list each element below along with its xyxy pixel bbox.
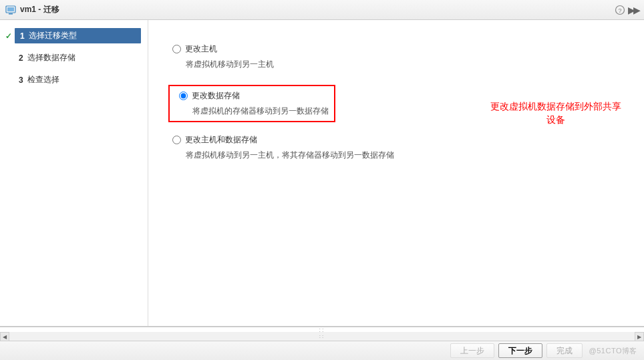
wizard-content: 更改主机 将虚拟机移动到另一主机 更改数据存储 将虚拟机的存储器移动到另一数据存… — [148, 20, 644, 326]
svg-rect-1 — [7, 7, 14, 11]
help-icon[interactable]: ? — [615, 5, 625, 15]
resize-handle[interactable]: :: — [0, 327, 644, 332]
svg-text:?: ? — [618, 7, 621, 13]
highlight-box: 更改数据存储 将虚拟机的存储器移动到另一数据存储 — [168, 85, 335, 122]
step-label: 检查选择 — [27, 74, 59, 85]
option-desc: 将虚拟机移动到另一主机，将其存储器移动到另一数据存储 — [186, 150, 631, 161]
check-icon: ✓ — [5, 31, 15, 41]
option-change-host: 更改主机 将虚拟机移动到另一主机 — [168, 43, 631, 70]
vm-icon — [5, 5, 16, 15]
svg-rect-2 — [9, 13, 13, 15]
wizard-sidebar: ✓ 1 选择迁移类型 2 选择数据存储 3 检查选择 — [0, 20, 148, 326]
wizard-step-3[interactable]: 3 检查选择 — [0, 69, 148, 90]
option-title: 更改主机和数据存储 — [185, 134, 257, 146]
option-title: 更改数据存储 — [192, 90, 240, 102]
horizontal-scrollbar[interactable]: ◀ :: ▶ — [0, 332, 644, 341]
title-bar: vm1 - 迁移 ? ▶▶ — [0, 0, 644, 20]
wizard-footer: 上一步 下一步 完成 @51CTO博客 — [0, 341, 644, 360]
option-desc: 将虚拟机移动到另一主机 — [186, 59, 631, 70]
finish-button[interactable]: 完成 — [546, 343, 583, 358]
watermark: @51CTO博客 — [589, 346, 637, 356]
back-button[interactable]: 上一步 — [450, 343, 494, 358]
radio-change-both[interactable] — [172, 136, 181, 144]
step-label: 选择迁移类型 — [29, 30, 77, 41]
radio-change-datastore[interactable] — [179, 92, 188, 100]
option-desc: 将虚拟机的存储器移动到另一数据存储 — [192, 106, 329, 117]
expand-icon[interactable]: ▶▶ — [628, 5, 639, 15]
option-title: 更改主机 — [185, 43, 217, 55]
wizard-step-2[interactable]: 2 选择数据存储 — [0, 47, 148, 68]
wizard-step-1[interactable]: ✓ 1 选择迁移类型 — [0, 25, 148, 46]
step-label: 选择数据存储 — [27, 52, 75, 63]
option-change-both: 更改主机和数据存储 将虚拟机移动到另一主机，将其存储器移动到另一数据存储 — [168, 134, 631, 161]
radio-change-host[interactable] — [172, 45, 181, 53]
scroll-left-icon[interactable]: ◀ — [0, 332, 9, 341]
dialog-title: vm1 - 迁移 — [20, 4, 59, 15]
annotation-text: 更改虚拟机数据存储到外部共享设备 — [489, 100, 623, 126]
next-button[interactable]: 下一步 — [498, 343, 542, 358]
